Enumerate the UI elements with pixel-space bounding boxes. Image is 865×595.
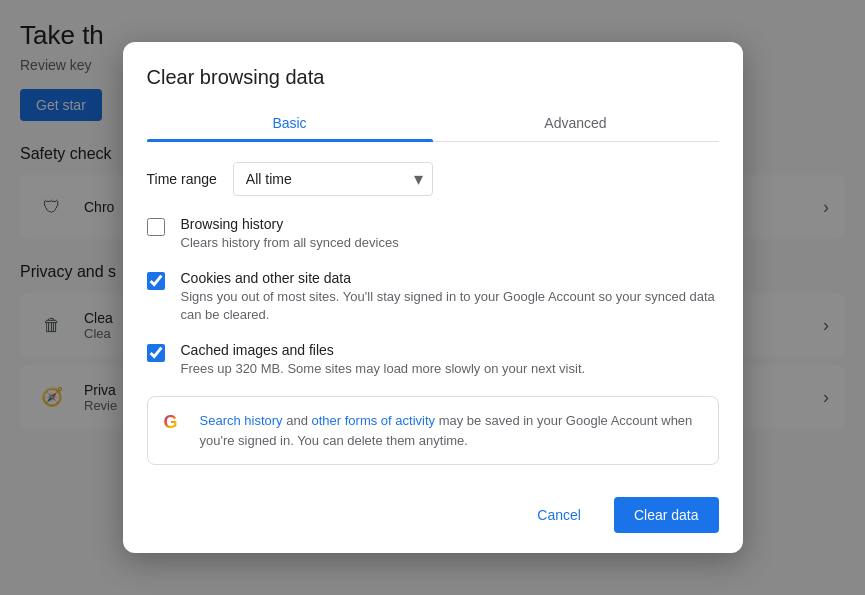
cached-checkbox[interactable] <box>147 344 165 362</box>
cached-desc: Frees up 320 MB. Some sites may load mor… <box>181 360 719 378</box>
dialog-title: Clear browsing data <box>147 66 719 89</box>
other-activity-link[interactable]: other forms of activity <box>312 413 436 428</box>
dialog-header: Clear browsing data Basic Advanced <box>123 42 743 142</box>
time-range-select-wrapper: Last hour Last 24 hours Last 7 days Last… <box>233 162 433 196</box>
clear-browsing-dialog: Clear browsing data Basic Advanced Time … <box>123 42 743 554</box>
browsing-history-checkbox-wrapper <box>147 218 165 240</box>
time-range-select[interactable]: Last hour Last 24 hours Last 7 days Last… <box>233 162 433 196</box>
cookies-checkbox[interactable] <box>147 272 165 290</box>
cookies-content: Cookies and other site data Signs you ou… <box>181 270 719 324</box>
browsing-history-checkbox[interactable] <box>147 218 165 236</box>
tab-basic[interactable]: Basic <box>147 105 433 141</box>
tab-advanced[interactable]: Advanced <box>433 105 719 141</box>
browsing-history-item: Browsing history Clears history from all… <box>147 216 719 252</box>
cookies-desc: Signs you out of most sites. You'll stay… <box>181 288 719 324</box>
cookies-item: Cookies and other site data Signs you ou… <box>147 270 719 324</box>
search-history-link[interactable]: Search history <box>200 413 283 428</box>
cached-label: Cached images and files <box>181 342 719 358</box>
cancel-button[interactable]: Cancel <box>516 497 602 533</box>
tab-bar: Basic Advanced <box>147 105 719 142</box>
cached-content: Cached images and files Frees up 320 MB.… <box>181 342 719 378</box>
clear-data-button[interactable]: Clear data <box>614 497 719 533</box>
browsing-history-label: Browsing history <box>181 216 719 232</box>
modal-overlay: Clear browsing data Basic Advanced Time … <box>0 0 865 595</box>
time-range-label: Time range <box>147 171 217 187</box>
browsing-history-content: Browsing history Clears history from all… <box>181 216 719 252</box>
cached-checkbox-wrapper <box>147 344 165 366</box>
dialog-footer: Cancel Clear data <box>123 485 743 553</box>
info-box-text: Search history and other forms of activi… <box>200 411 702 450</box>
dialog-body: Time range Last hour Last 24 hours Last … <box>123 142 743 486</box>
google-g-icon: G <box>164 412 188 436</box>
info-box: G Search history and other forms of acti… <box>147 396 719 465</box>
cookies-label: Cookies and other site data <box>181 270 719 286</box>
time-range-row: Time range Last hour Last 24 hours Last … <box>147 162 719 196</box>
info-text-and: and <box>283 413 312 428</box>
cookies-checkbox-wrapper <box>147 272 165 294</box>
browsing-history-desc: Clears history from all synced devices <box>181 234 719 252</box>
cached-item: Cached images and files Frees up 320 MB.… <box>147 342 719 378</box>
